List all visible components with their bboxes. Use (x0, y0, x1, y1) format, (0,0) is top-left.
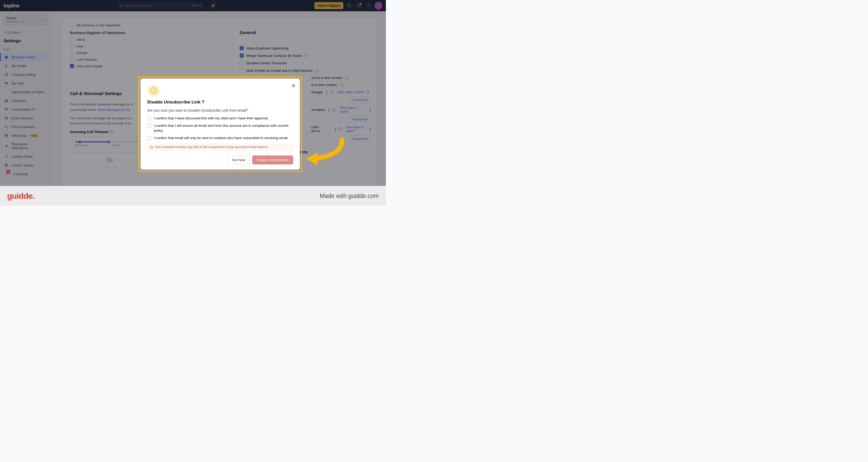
warning-triangle-icon (150, 145, 153, 149)
checkbox[interactable] (147, 136, 151, 140)
close-button[interactable]: ✕ (291, 83, 296, 89)
modal-highlight-border: ✕ i Disable Unsubscribe Link ? Are you s… (138, 76, 302, 172)
info-circle-icon: i (150, 87, 157, 94)
footer-attribution: Made with guidde.com (320, 193, 379, 199)
not-now-button[interactable]: Not Now (228, 155, 250, 164)
confirm-2-row[interactable]: I confirm that I will ensure all email s… (147, 123, 293, 133)
modal-actions: Not Now Disable Unsubscribe (147, 155, 293, 164)
confirm-label: I confirm that I will ensure all email s… (154, 123, 293, 133)
confirm-3-row[interactable]: I confirm that email will only be sent t… (147, 136, 293, 141)
guidde-logo: guidde. (7, 191, 35, 201)
close-icon: ✕ (291, 83, 296, 89)
warning-text: Non-compliant activity may lead to the s… (155, 145, 269, 149)
disable-unsubscribe-button[interactable]: Disable Unsubscribe (252, 155, 293, 164)
modal-title: Disable Unsubscribe Link ? (147, 100, 293, 105)
confirm-1-row[interactable]: I confirm that I have discussed this wit… (147, 116, 293, 121)
modal-icon-wrap: i (147, 84, 160, 97)
modal-subtitle: Are you sure you want to Disable Unsubsc… (147, 108, 293, 113)
checkbox[interactable] (147, 116, 151, 120)
checkbox[interactable] (147, 124, 151, 128)
confirm-label: I confirm that I have discussed this wit… (154, 116, 269, 121)
confirm-label: I confirm that email will only be sent t… (154, 136, 288, 141)
warning-box: Non-compliant activity may lead to the s… (147, 143, 293, 151)
footer: guidde. Made with guidde.com (0, 186, 386, 206)
disable-unsubscribe-modal: ✕ i Disable Unsubscribe Link ? Are you s… (141, 79, 300, 170)
